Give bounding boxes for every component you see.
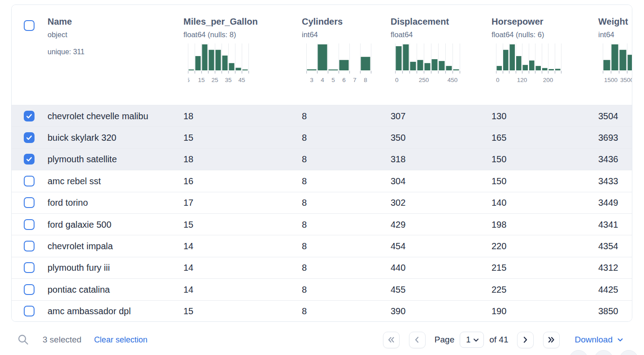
cell-Name: pontiac catalina bbox=[48, 284, 110, 294]
cell-Weight: 3449 bbox=[598, 198, 618, 208]
svg-text:5: 5 bbox=[188, 77, 190, 83]
row-checkbox[interactable] bbox=[24, 111, 35, 121]
cell-Miles_per_Gallon: 15 bbox=[183, 306, 193, 316]
next-page-button[interactable] bbox=[517, 332, 534, 348]
cell-Displacement: 304 bbox=[391, 176, 405, 186]
cell-Name: plymouth fury iii bbox=[48, 263, 110, 273]
clear-selection-link[interactable]: Clear selection bbox=[94, 335, 148, 345]
histogram-Displacement[interactable]: 50250450 bbox=[395, 43, 461, 86]
svg-text:6: 6 bbox=[342, 77, 346, 83]
cell-Displacement: 440 bbox=[391, 263, 405, 273]
page-total-label: of 41 bbox=[489, 335, 508, 345]
svg-text:250: 250 bbox=[419, 77, 429, 83]
data-table-card: Nameobjectunique: 311Miles_per_Gallonflo… bbox=[11, 4, 632, 322]
row-checkbox[interactable] bbox=[24, 262, 35, 273]
table-row: plymouth fury iii1484402154312 bbox=[12, 257, 632, 278]
cell-Cylinders: 8 bbox=[302, 306, 307, 316]
cell-Name: amc rebel sst bbox=[48, 176, 101, 186]
svg-text:4: 4 bbox=[321, 77, 324, 83]
column-header-Weight: Weightint6415003500 bbox=[598, 16, 632, 86]
cell-Name: plymouth satellite bbox=[48, 154, 117, 165]
chevron-down-icon bbox=[617, 336, 624, 343]
table-header: Nameobjectunique: 311Miles_per_Gallonflo… bbox=[12, 5, 632, 105]
first-page-button[interactable] bbox=[383, 332, 400, 348]
column-title: Name bbox=[48, 16, 84, 27]
chevron-right-icon bbox=[521, 335, 530, 344]
cell-Weight: 4341 bbox=[598, 219, 618, 229]
cell-Name: amc ambassador dpl bbox=[48, 306, 131, 316]
search-icon bbox=[17, 334, 29, 346]
cell-Cylinders: 8 bbox=[302, 284, 307, 294]
search-button[interactable] bbox=[17, 333, 30, 346]
cell-Cylinders: 8 bbox=[302, 219, 307, 229]
cell-Horsepower: 225 bbox=[492, 284, 506, 294]
column-header-Displacement: Displacementfloat6450250450 bbox=[391, 16, 461, 86]
row-checkbox[interactable] bbox=[24, 241, 35, 251]
selected-count: 3 selected bbox=[43, 335, 82, 345]
cell-Miles_per_Gallon: 14 bbox=[183, 284, 193, 294]
chevron-left-icon bbox=[413, 335, 422, 344]
cell-Miles_per_Gallon: 17 bbox=[183, 198, 193, 208]
histogram-Cylinders[interactable]: 345678 bbox=[306, 43, 372, 86]
table-row: ford torino1783021403449 bbox=[12, 192, 632, 213]
cell-Horsepower: 165 bbox=[492, 133, 506, 143]
column-unique-count: unique: 311 bbox=[48, 47, 84, 57]
prev-page-button[interactable] bbox=[409, 332, 426, 348]
last-page-button[interactable] bbox=[543, 332, 560, 348]
pagination: Page 1 of 41 Download bbox=[383, 332, 632, 348]
row-checkbox[interactable] bbox=[24, 219, 35, 230]
row-checkbox[interactable] bbox=[24, 132, 35, 143]
cell-Horsepower: 198 bbox=[492, 219, 506, 229]
row-checkbox[interactable] bbox=[24, 197, 35, 208]
svg-text:50: 50 bbox=[395, 77, 399, 83]
cell-Displacement: 429 bbox=[391, 219, 405, 229]
table-row: chevrolet impala1484542204354 bbox=[12, 235, 632, 256]
chevron-down-icon bbox=[473, 337, 479, 343]
cell-Weight: 4354 bbox=[598, 241, 618, 251]
page-select-value: 1 bbox=[466, 335, 473, 345]
column-dtype: object bbox=[48, 29, 84, 40]
histogram-Miles_per_Gallon[interactable]: 515253545 bbox=[188, 43, 249, 86]
cell-Weight: 3504 bbox=[598, 111, 618, 121]
cell-Cylinders: 8 bbox=[302, 198, 307, 208]
cell-Cylinders: 8 bbox=[302, 154, 307, 165]
page-select[interactable]: 1 bbox=[460, 332, 484, 348]
select-all-checkbox[interactable] bbox=[24, 20, 35, 31]
table-row: amc rebel sst1683041503433 bbox=[12, 170, 632, 191]
cell-Miles_per_Gallon: 15 bbox=[183, 219, 193, 229]
download-label: Download bbox=[575, 335, 613, 345]
cell-Horsepower: 130 bbox=[492, 111, 506, 121]
row-checkbox[interactable] bbox=[24, 306, 35, 316]
download-menu[interactable]: Download bbox=[575, 335, 624, 345]
table-row: ford galaxie 5001584291984341 bbox=[12, 213, 632, 235]
cell-Displacement: 454 bbox=[391, 241, 405, 251]
column-dtype: float64 (nulls: 6) bbox=[492, 29, 562, 40]
cell-Cylinders: 8 bbox=[302, 133, 307, 143]
row-checkbox[interactable] bbox=[24, 154, 35, 165]
status-bar: 3 selected Clear selection Page 1 of 41 bbox=[11, 328, 632, 351]
cell-Weight: 3436 bbox=[598, 154, 618, 165]
cell-Horsepower: 140 bbox=[492, 198, 506, 208]
cell-Miles_per_Gallon: 15 bbox=[183, 133, 193, 143]
svg-text:25: 25 bbox=[211, 77, 218, 83]
check-icon bbox=[26, 113, 33, 120]
cell-Name: buick skylark 320 bbox=[48, 133, 116, 143]
cell-Name: chevrolet chevelle malibu bbox=[48, 111, 148, 121]
row-checkbox[interactable] bbox=[24, 284, 35, 295]
cell-Horsepower: 150 bbox=[492, 176, 506, 186]
histogram-Horsepower[interactable]: 40120200 bbox=[496, 43, 562, 86]
table-body: chevrolet chevelle malibu1883071303504bu… bbox=[12, 105, 632, 322]
cell-Weight: 3693 bbox=[598, 133, 618, 143]
cell-Weight: 4312 bbox=[598, 263, 618, 273]
column-header-Horsepower: Horsepowerfloat64 (nulls: 6)40120200 bbox=[492, 16, 562, 86]
check-icon bbox=[26, 156, 33, 163]
histogram-Weight[interactable]: 15003500 bbox=[603, 43, 632, 86]
column-title: Weight bbox=[598, 16, 632, 27]
svg-text:5: 5 bbox=[331, 77, 335, 83]
svg-text:7: 7 bbox=[353, 77, 357, 83]
svg-text:1500: 1500 bbox=[604, 77, 618, 83]
table-row: pontiac catalina1484552254425 bbox=[12, 278, 632, 300]
row-checkbox[interactable] bbox=[24, 176, 35, 186]
table-row: chevrolet chevelle malibu1883071303504 bbox=[12, 105, 632, 126]
cell-Weight: 3850 bbox=[598, 306, 618, 316]
